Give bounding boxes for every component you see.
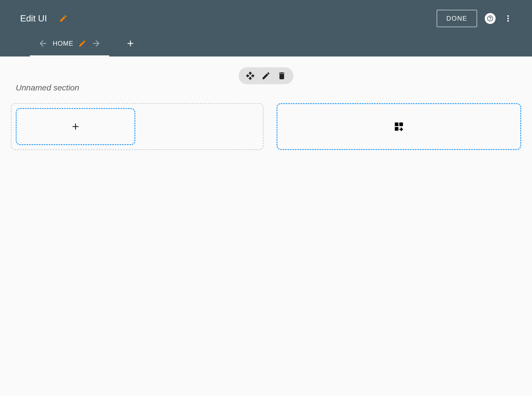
done-button[interactable]: DONE xyxy=(437,10,477,27)
add-card-button[interactable] xyxy=(16,108,135,145)
tab-label: HOME xyxy=(53,40,73,47)
page-title: Edit UI xyxy=(20,13,47,24)
app-header: Edit UI DONE HOME xyxy=(0,0,532,56)
add-section-icon xyxy=(393,121,404,132)
tab-move-right-icon[interactable] xyxy=(91,39,101,48)
move-section-icon[interactable] xyxy=(246,71,255,80)
tab-move-left-icon[interactable] xyxy=(38,39,48,48)
header-top-row: Edit UI DONE xyxy=(0,0,532,30)
tab-edit-icon[interactable] xyxy=(78,39,86,48)
help-icon[interactable] xyxy=(485,13,496,24)
tabs-row: HOME xyxy=(0,30,532,56)
section-card-container xyxy=(11,103,264,150)
edit-section-icon[interactable] xyxy=(261,71,271,80)
svg-rect-1 xyxy=(399,122,403,126)
plus-icon xyxy=(70,121,81,132)
add-tab-icon[interactable] xyxy=(126,39,135,48)
overflow-menu-icon[interactable] xyxy=(503,14,513,23)
add-section-button[interactable] xyxy=(277,103,521,150)
svg-rect-0 xyxy=(395,122,398,126)
delete-section-icon[interactable] xyxy=(277,71,286,80)
section-toolbar xyxy=(239,67,293,84)
content-area: Unnamed section xyxy=(0,56,532,150)
cards-row xyxy=(11,103,521,150)
header-actions: DONE xyxy=(437,10,521,27)
edit-title-icon[interactable] xyxy=(59,14,68,23)
tab-home[interactable]: HOME xyxy=(30,30,109,56)
svg-rect-2 xyxy=(395,127,398,131)
